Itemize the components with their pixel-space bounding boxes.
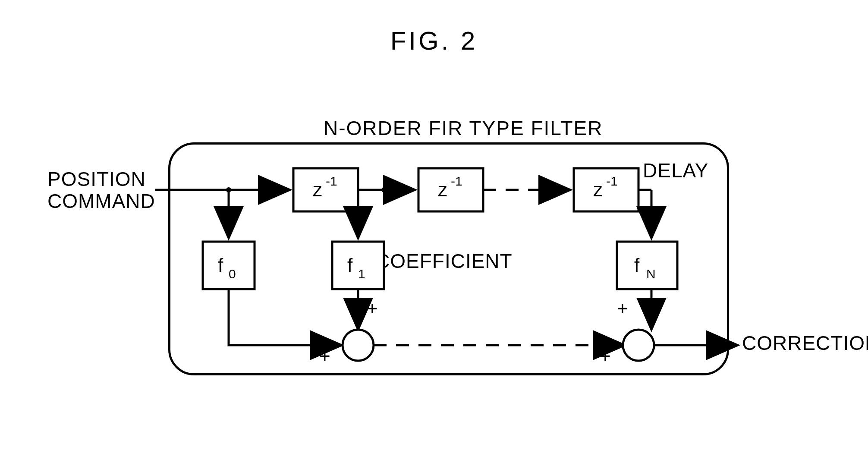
- svg-text:z: z: [438, 179, 447, 200]
- sum-node-n: [623, 330, 654, 361]
- plus-f1: +: [367, 298, 378, 319]
- svg-text:0: 0: [229, 267, 236, 281]
- svg-rect-10: [203, 242, 255, 289]
- svg-text:z: z: [313, 179, 322, 200]
- svg-text:1: 1: [358, 267, 365, 281]
- sum-node-1: [343, 330, 374, 361]
- plus-sum-in: +: [600, 345, 611, 366]
- svg-rect-33: [332, 242, 384, 289]
- tap-fN: f N: [617, 242, 677, 289]
- svg-text:-1: -1: [606, 174, 618, 188]
- svg-text:f: f: [634, 255, 640, 276]
- svg-text:f: f: [218, 255, 223, 276]
- diagram-svg: z -1 z -1 z -1 f 0: [0, 0, 868, 466]
- f0-to-sum1: [229, 289, 340, 345]
- delay-block-2: z -1: [418, 168, 483, 211]
- plus-f0: +: [319, 345, 330, 366]
- svg-text:-1: -1: [451, 174, 462, 188]
- tap-f0: f 0: [203, 242, 255, 289]
- svg-text:-1: -1: [326, 174, 337, 188]
- svg-text:f: f: [347, 255, 353, 276]
- delay-block-1: z -1: [293, 168, 358, 211]
- svg-rect-36: [617, 242, 677, 289]
- delay-block-n: z -1: [574, 168, 638, 211]
- tap-f1: f 1: [332, 242, 384, 289]
- plus-fN: +: [617, 298, 628, 319]
- svg-text:N: N: [646, 267, 656, 281]
- svg-text:z: z: [593, 179, 603, 200]
- svg-point-13: [381, 187, 387, 192]
